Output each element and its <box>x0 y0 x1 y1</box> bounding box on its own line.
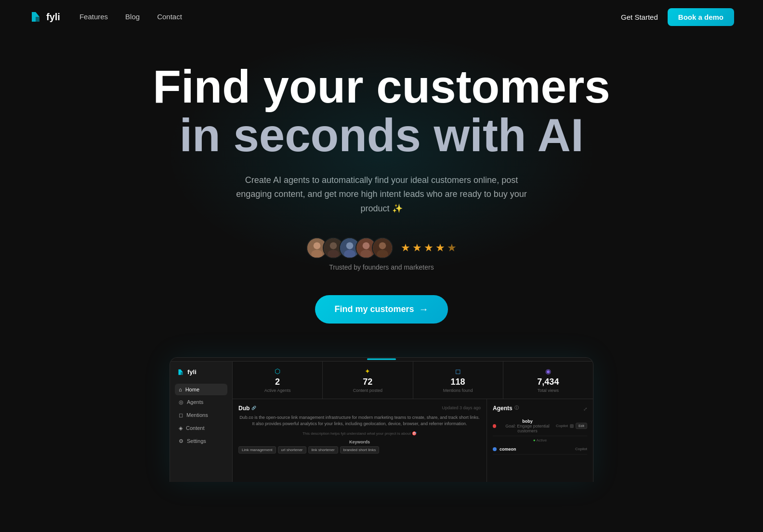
svg-point-4 <box>330 242 337 249</box>
dash-nav-settings-label: Settings <box>187 438 206 444</box>
agent-actions-0: Copilot Edit <box>556 423 587 429</box>
agent-status-0 <box>570 424 574 428</box>
agent-copilot-0: Copilot <box>556 424 568 428</box>
dashboard-sidebar: fyli ⌂ Home ◎ Agents ◻ Mentions ◈ Conten… <box>170 362 233 482</box>
nav-left: fyli Features Blog Contact <box>29 10 182 24</box>
svg-point-10 <box>363 242 370 249</box>
tag-3: branded short links <box>340 446 380 454</box>
stat-label-views: Total views <box>510 388 586 393</box>
home-icon: ⌂ <box>179 387 182 392</box>
dash-nav-home-label: Home <box>185 387 199 392</box>
dash-nav-home[interactable]: ⌂ Home <box>175 384 227 395</box>
expand-icon: ⤢ <box>583 406 587 412</box>
star-5: ★ <box>447 242 457 254</box>
stat-views: ◉ 7,434 Total views <box>503 362 593 399</box>
nav-blog[interactable]: Blog <box>125 13 140 21</box>
stat-label-agents: Active Agents <box>239 388 316 393</box>
stat-label-mentions: Mentions found <box>420 388 496 393</box>
dash-nav-agents-label: Agents <box>187 399 203 405</box>
dashboard-top-bar <box>170 358 593 362</box>
hero-subtitle: Create AI agents to automatically find y… <box>227 173 536 216</box>
hero-title-line1: Find your customers <box>153 61 610 112</box>
avatar-5 <box>372 237 393 259</box>
agent-info-0: boby Goal: Engage potential customers <box>499 419 556 433</box>
agent-edit-0[interactable]: Edit <box>576 423 587 429</box>
agents-icon: ◎ <box>179 399 184 405</box>
agent-left-1: comeon <box>493 447 516 452</box>
stats-row: ⬡ 2 Active Agents ✦ 72 Content posted ◻ … <box>233 362 593 399</box>
svg-point-13 <box>379 242 386 249</box>
nav-features[interactable]: Features <box>79 13 108 21</box>
agent-name-0: boby <box>499 419 556 424</box>
agent-goal-0: Goal: Engage potential customers <box>499 424 556 433</box>
svg-point-11 <box>360 249 372 258</box>
star-4: ★ <box>435 242 445 254</box>
cta-label: Find my customers <box>334 304 414 314</box>
dash-nav-content-label: Content <box>186 425 205 431</box>
dash-nav-settings[interactable]: ⚙ Settings <box>175 435 227 447</box>
stat-icon-content: ✦ <box>329 367 406 375</box>
dash-logo: fyli <box>175 368 227 376</box>
nav-contact[interactable]: Contact <box>157 13 182 21</box>
avatars-stars-row: ★ ★ ★ ★ ★ <box>306 237 457 259</box>
stat-number-agents: 2 <box>239 377 316 387</box>
agents-panel: Agents ⓘ ⤢ boby Goal: Engage p <box>487 399 593 482</box>
keywords-label: Keywords <box>238 440 481 444</box>
dash-nav-mentions[interactable]: ◻ Mentions <box>175 409 227 421</box>
hero-section: Find your customers in seconds with AI C… <box>0 34 763 501</box>
svg-point-8 <box>344 249 355 258</box>
content-icon: ◈ <box>179 425 183 431</box>
project-description: Dub.co is the open-source link managemen… <box>238 415 481 428</box>
book-demo-button[interactable]: Book a demo <box>668 8 734 26</box>
star-3: ★ <box>424 242 434 254</box>
tag-1: url shortener <box>278 446 306 454</box>
stat-active-agents: ⬡ 2 Active Agents <box>233 362 323 399</box>
agents-title-row: Agents ⓘ ⤢ <box>493 405 587 414</box>
avatars-group <box>306 237 393 259</box>
agents-title-text: Agents <box>493 405 513 412</box>
agent-actions-1: Copilot <box>575 447 587 451</box>
svg-point-2 <box>311 249 323 258</box>
project-title: Dub 🔗 <box>238 405 256 412</box>
navbar: fyli Features Blog Contact Get Started B… <box>0 0 763 34</box>
star-rating: ★ ★ ★ ★ ★ <box>401 242 457 254</box>
star-1: ★ <box>401 242 410 254</box>
find-customers-button[interactable]: Find my customers → <box>315 295 447 324</box>
tag-2: link shortener <box>308 446 338 454</box>
agent-info-1: comeon <box>500 447 516 452</box>
social-proof: ★ ★ ★ ★ ★ Trusted by founders and market… <box>306 237 457 271</box>
agent-dot-1 <box>493 447 497 451</box>
dashboard-main: ⬡ 2 Active Agents ✦ 72 Content posted ◻ … <box>233 362 593 482</box>
project-name: Dub <box>238 405 250 412</box>
agent-active-badge: ● Active <box>493 436 587 444</box>
dashboard-preview: fyli ⌂ Home ◎ Agents ◻ Mentions ◈ Conten… <box>170 357 593 482</box>
stat-icon-mentions: ◻ <box>420 367 496 375</box>
agents-info-icon: ⓘ <box>514 405 519 411</box>
cta-arrow-icon: → <box>419 304 429 315</box>
stat-icon-views: ◉ <box>510 367 586 375</box>
agent-dot-0 <box>493 424 496 428</box>
agents-panel-title: Agents ⓘ <box>493 405 519 412</box>
agent-status-text: Active <box>536 438 547 442</box>
nav-right: Get Started Book a demo <box>621 8 734 26</box>
tag-0: Link management <box>238 446 276 454</box>
nav-links: Features Blog Contact <box>79 13 182 21</box>
stat-mentions: ◻ 118 Mentions found <box>413 362 503 399</box>
stat-icon-agents: ⬡ <box>239 367 316 375</box>
tags-list: Link management url shortener link short… <box>238 446 481 454</box>
svg-point-1 <box>314 242 321 249</box>
logo[interactable]: fyli <box>29 10 60 24</box>
hero-title-line2: in seconds with AI <box>179 109 583 161</box>
get-started-button[interactable]: Get Started <box>621 13 658 21</box>
dash-nav-agents[interactable]: ◎ Agents <box>175 396 227 408</box>
stat-number-views: 7,434 <box>510 377 586 387</box>
agent-row-1: comeon Copilot <box>493 444 587 454</box>
project-note: This description helps fyli understand w… <box>238 431 481 436</box>
logo-text: fyli <box>46 12 60 23</box>
svg-point-5 <box>328 249 339 258</box>
dash-content: Dub 🔗 Updated 3 days ago Dub.co is the o… <box>233 399 593 482</box>
trust-text: Trusted by founders and marketers <box>329 263 434 271</box>
agent-left-0: boby Goal: Engage potential customers <box>493 419 556 433</box>
dash-nav-content[interactable]: ◈ Content <box>175 422 227 434</box>
fyli-logo-icon <box>29 10 42 24</box>
